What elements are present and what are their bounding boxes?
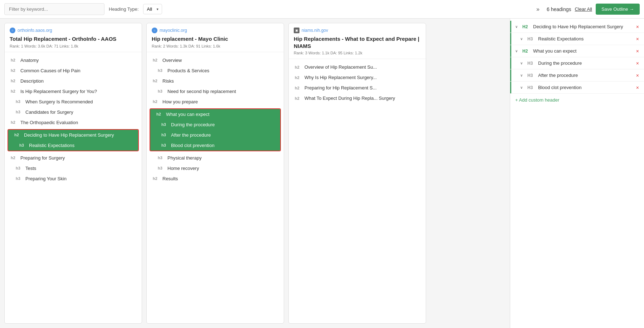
outline-tag: H2 xyxy=(522,24,531,29)
article-col-1: ○ orthoinfo.aaos.org Total Hip Replaceme… xyxy=(4,23,142,324)
chevron-icon[interactable]: ∨ xyxy=(515,25,520,29)
heading-item-selected[interactable]: h3 After the procedure xyxy=(150,130,280,140)
heading-item[interactable]: h2 Preparing for Surgery xyxy=(5,153,142,163)
outline-text: During the procedure xyxy=(538,60,634,66)
heading-item[interactable]: h3 When Surgery Is Recommended xyxy=(5,97,142,107)
outline-item[interactable]: ∨ H3 After the procedure × xyxy=(510,69,644,82)
chevron-icon[interactable]: ∨ xyxy=(520,85,525,89)
heading-type-wrapper: All H2 H3 xyxy=(143,4,162,14)
heading-item[interactable]: h3 Products & Services xyxy=(147,65,284,76)
right-panel-body: ∨ H2 Deciding to Have Hip Replacement Su… xyxy=(510,19,644,328)
heading-item-selected[interactable]: h2 What you can expect xyxy=(150,109,280,119)
source-icon-2: ○ xyxy=(152,28,157,33)
article-body-3: h2 Overview of Hip Replacement Su... h2 … xyxy=(289,59,426,323)
heading-item[interactable]: h3 Physical therapy xyxy=(147,153,284,163)
article-meta-2: Rank: 2 Words: 1.3k DA: 91 Links: 1.6k xyxy=(152,44,279,48)
chevron-icon[interactable]: ∨ xyxy=(520,37,525,41)
heading-item[interactable]: h2 Why Is Hip Replacement Surgery... xyxy=(289,72,426,83)
outline-item[interactable]: ∨ H3 During the procedure × xyxy=(510,57,644,69)
article-col-3: ▣ niams.nih.gov Hip Replacements - What … xyxy=(288,23,426,324)
heading-item[interactable]: h2 Description xyxy=(5,76,142,86)
top-bar-left: Heading Type: All H2 H3 » xyxy=(4,3,542,15)
article-header-2: ○ mayoclinic.org Hip replacement - Mayo … xyxy=(147,23,284,52)
article-title-3: Hip Replacements - What to Expect and Pr… xyxy=(294,35,421,49)
outline-item[interactable]: ∨ H3 Realistic Expectations × xyxy=(510,33,644,45)
remove-icon[interactable]: × xyxy=(636,61,639,66)
outline-text: Realistic Expectations xyxy=(538,36,634,41)
heading-type-select[interactable]: All H2 H3 xyxy=(143,4,162,14)
selected-group-1: h2 Deciding to Have Hip Replacement Surg… xyxy=(8,129,139,151)
heading-item[interactable]: h2 Overview xyxy=(147,55,284,65)
article-source-1: ○ orthoinfo.aaos.org xyxy=(10,28,137,33)
heading-item[interactable]: h2 Anatomy xyxy=(5,55,142,65)
source-link-2[interactable]: mayoclinic.org xyxy=(160,28,187,33)
article-header-3: ▣ niams.nih.gov Hip Replacements - What … xyxy=(289,23,426,59)
clear-all-button[interactable]: Clear All xyxy=(575,6,592,12)
article-source-3: ▣ niams.nih.gov xyxy=(294,28,421,33)
remove-icon[interactable]: × xyxy=(636,36,639,41)
heading-item[interactable]: h2 How you prepare xyxy=(147,97,284,107)
heading-item[interactable]: h3 Candidates for Surgery xyxy=(5,107,142,117)
outline-text: Blood clot prevention xyxy=(538,85,634,90)
heading-item[interactable]: h2 Is Hip Replacement Surgery for You? xyxy=(5,86,142,97)
heading-item[interactable]: h2 The Orthopaedic Evaluation xyxy=(5,117,142,128)
main-layout: ○ orthoinfo.aaos.org Total Hip Replaceme… xyxy=(0,19,644,328)
heading-type-label: Heading Type: xyxy=(109,6,139,12)
outline-tag: H3 xyxy=(527,85,536,90)
heading-item[interactable]: h3 Home recovery xyxy=(147,163,284,173)
remove-icon[interactable]: × xyxy=(636,73,639,78)
expand-button[interactable]: » xyxy=(533,5,542,14)
chevron-icon[interactable]: ∨ xyxy=(520,61,525,65)
heading-item[interactable]: h2 Results xyxy=(147,173,284,184)
heading-item-selected[interactable]: h3 Blood clot prevention xyxy=(150,140,280,151)
remove-icon[interactable]: × xyxy=(636,49,639,54)
remove-icon[interactable]: × xyxy=(636,85,639,90)
heading-item-selected[interactable]: h2 Deciding to Have Hip Replacement Surg… xyxy=(8,130,138,140)
outline-tag: H3 xyxy=(527,73,536,78)
source-link-3[interactable]: niams.nih.gov xyxy=(302,28,328,33)
outline-text: Deciding to Have Hip Replacement Surgery xyxy=(533,24,634,29)
heading-item[interactable]: h3 Preparing Your Skin xyxy=(5,173,142,184)
top-bar: Heading Type: All H2 H3 » 6 headings Cle… xyxy=(0,0,644,19)
article-body-1: h2 Anatomy h2 Common Causes of Hip Pain … xyxy=(5,52,142,324)
heading-item[interactable]: h2 What To Expect During Hip Repla... Su… xyxy=(289,93,426,103)
add-custom-header[interactable]: + Add custom header xyxy=(510,94,644,106)
filter-input[interactable] xyxy=(4,3,104,15)
outline-text: What you can expect xyxy=(533,48,634,54)
outline-tag: H2 xyxy=(522,49,531,54)
outline-item[interactable]: ∨ H2 Deciding to Have Hip Replacement Su… xyxy=(510,21,644,33)
chevron-icon[interactable]: ∨ xyxy=(515,49,520,53)
save-outline-button[interactable]: Save Outline → xyxy=(596,4,640,15)
top-bar-right: 6 headings Clear All Save Outline → xyxy=(547,4,640,15)
article-title-1: Total Hip Replacement - OrthoInfo - AAOS xyxy=(10,35,137,43)
article-meta-1: Rank: 1 Words: 3.6k DA: 71 Links: 1.8k xyxy=(10,44,137,48)
outline-tag: H3 xyxy=(527,61,536,66)
source-link-1[interactable]: orthoinfo.aaos.org xyxy=(18,28,52,33)
outline-item[interactable]: ∨ H3 Blood clot prevention × xyxy=(510,82,644,94)
heading-item[interactable]: h2 Common Causes of Hip Pain xyxy=(5,65,142,76)
article-header-1: ○ orthoinfo.aaos.org Total Hip Replaceme… xyxy=(5,23,142,52)
article-source-2: ○ mayoclinic.org xyxy=(152,28,279,33)
heading-item[interactable]: h3 Tests xyxy=(5,163,142,173)
chevron-icon[interactable]: ∨ xyxy=(520,73,525,77)
heading-item[interactable]: h3 Need for second hip replacement xyxy=(147,86,284,97)
heading-item-selected[interactable]: h3 Realistic Expectations xyxy=(8,140,138,151)
article-col-2: ○ mayoclinic.org Hip replacement - Mayo … xyxy=(146,23,284,324)
article-title-2: Hip replacement - Mayo Clinic xyxy=(152,35,279,43)
heading-item[interactable]: h2 Risks xyxy=(147,76,284,86)
outline-item[interactable]: ∨ H2 What you can expect × xyxy=(510,45,644,57)
headings-count: 6 headings xyxy=(547,6,571,12)
outline-text: After the procedure xyxy=(538,73,634,78)
source-icon-3: ▣ xyxy=(294,28,299,33)
outline-tag: H3 xyxy=(527,36,536,41)
source-icon-1: ○ xyxy=(10,28,15,33)
remove-icon[interactable]: × xyxy=(636,24,639,29)
selected-group-2: h2 What you can expect h3 During the pro… xyxy=(150,108,281,151)
heading-item[interactable]: h2 Overview of Hip Replacement Su... xyxy=(289,62,426,72)
article-body-2: h2 Overview h3 Products & Services h2 Ri… xyxy=(147,52,284,324)
heading-item-selected[interactable]: h3 During the procedure xyxy=(150,119,280,130)
right-panel: ∨ H2 Deciding to Have Hip Replacement Su… xyxy=(510,19,644,328)
columns-area: ○ orthoinfo.aaos.org Total Hip Replaceme… xyxy=(0,19,510,328)
heading-item[interactable]: h2 Preparing for Hip Replacement S... xyxy=(289,83,426,93)
article-meta-3: Rank: 3 Words: 1.1k DA: 95 Links: 1.2k xyxy=(294,51,421,55)
